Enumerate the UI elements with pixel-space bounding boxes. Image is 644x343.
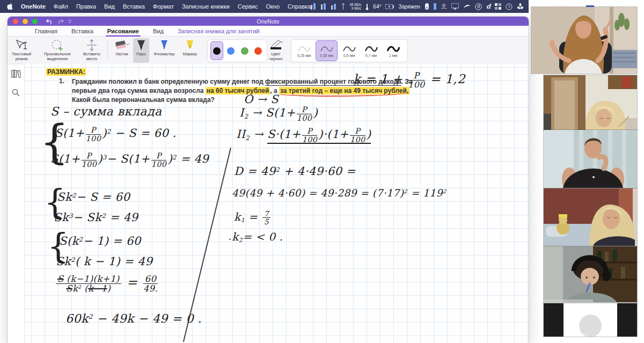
insert-space-icon <box>79 38 104 52</box>
lasso-select-button[interactable]: Произвольное выделение <box>36 38 78 63</box>
lasso-select-icon <box>36 38 78 52</box>
ink-year1: I2 → S(1+P100) <box>239 106 318 122</box>
menu-item-app[interactable]: OneNote <box>21 3 46 10</box>
ink-color-group <box>207 39 267 62</box>
participant-video-student-1[interactable] <box>544 75 637 130</box>
warmup-heading: РАЗМИНКА: <box>46 68 86 76</box>
display-icon[interactable] <box>451 3 459 10</box>
ink-root2: k2= < 0 . <box>232 230 283 244</box>
color-green-swatch[interactable] <box>239 42 251 60</box>
problem-line-3: Какой была первоначальная сумма вклада? <box>72 96 517 105</box>
note-page-canvas[interactable]: РАЗМИНКА: 1. Гражданин положил в банк оп… <box>25 64 529 343</box>
tab-view[interactable]: Вид <box>152 27 164 35</box>
participant-video-empty[interactable] <box>544 303 637 337</box>
problem-number: 1. <box>59 77 64 85</box>
ink-color-button[interactable]: Цвет чернил <box>265 38 287 63</box>
tab-home[interactable]: Главная <box>34 27 58 35</box>
thickness-025-chip[interactable]: 0,25 мм <box>294 41 314 61</box>
tab-class-notebook[interactable]: Записная книжка для занятий <box>177 27 260 35</box>
participant-video-student-3[interactable] <box>544 188 637 246</box>
tab-insert[interactable]: Вставка <box>71 27 94 35</box>
temperature-value[interactable]: 64° <box>373 4 381 10</box>
thickness-07-chip[interactable]: 0,7 мм <box>361 41 382 61</box>
menu-item-edit[interactable]: Правка <box>76 3 96 10</box>
ink-color-icon <box>265 38 287 52</box>
menu-item-insert[interactable]: Вставка <box>123 3 145 10</box>
text-mode-icon <box>9 38 34 52</box>
svg-text:d: d <box>477 4 480 9</box>
apple-logo-icon[interactable] <box>6 3 13 10</box>
highlighter-icon <box>179 38 201 52</box>
thickness-1-chip[interactable]: 1 мм <box>383 41 404 61</box>
user-icon[interactable] <box>441 3 447 10</box>
participant-camera-feed <box>544 188 637 246</box>
menu-item-view[interactable]: Вид <box>104 3 115 10</box>
menu-item-help[interactable]: Справка <box>288 3 311 10</box>
thickness-group: 0,25 мм 0,35 мм 0,5 мм 0,7 мм 1 мм <box>291 39 408 62</box>
window-titlebar[interactable]: OneNote <box>8 17 529 26</box>
participant-camera-feed <box>544 130 637 188</box>
color-blue-swatch[interactable] <box>225 42 237 60</box>
participant-camera-feed <box>544 75 637 130</box>
tab-draw[interactable]: Рисование <box>107 27 140 35</box>
disk-meter-icon[interactable] <box>331 3 337 10</box>
cpu-meter-icon[interactable] <box>311 3 317 10</box>
pill-icon[interactable] <box>425 3 429 10</box>
participant-camera-feed <box>544 246 637 302</box>
temperature-icon[interactable] <box>365 3 369 10</box>
insert-space-button[interactable]: Вставить место <box>79 38 104 63</box>
thickness-05-chip[interactable]: 0,5 мм <box>339 41 360 61</box>
eraser-icon <box>112 38 132 52</box>
pen-button[interactable]: Перо <box>133 38 149 63</box>
pen-icon <box>133 38 149 52</box>
cloner-swoosh-icon[interactable] <box>463 4 471 10</box>
docker-d-icon[interactable]: d <box>486 3 491 10</box>
menu-item-window[interactable]: Окно <box>266 3 280 10</box>
ink-year0: O → S <box>244 93 279 106</box>
ribbon-tabs: Главная Вставка Рисование Вид Записная к… <box>8 26 529 37</box>
ink-discriminant: D = 492 + 4·49·60 = <box>234 165 356 178</box>
color-black-swatch[interactable] <box>210 41 223 60</box>
memory-bar-icon[interactable] <box>434 3 436 10</box>
thickness-035-chip[interactable]: 0,35 мм <box>316 40 338 61</box>
notebooks-icon[interactable] <box>11 69 21 80</box>
fan-icon[interactable] <box>517 3 524 10</box>
ink-root1: k1 = 75 <box>234 210 272 226</box>
left-sidebar <box>8 64 25 343</box>
menu-item-service[interactable]: Сервис <box>238 3 258 10</box>
menu-item-format[interactable]: Формат <box>153 3 174 10</box>
toolbar-separator <box>107 41 108 59</box>
window-grid-icon[interactable] <box>495 3 501 10</box>
eraser-button[interactable]: Ластик <box>112 38 132 63</box>
onenote-window: OneNote Главная Вставка Рисование Вид За… <box>8 17 529 343</box>
ink-year2: II2 → S·(1+P100)·(1+P100) <box>236 127 371 144</box>
felt-tip-icon <box>150 38 178 52</box>
menu-item-file[interactable]: Файл <box>54 3 68 10</box>
ink-stray-dot: · <box>228 233 231 245</box>
participant-video-teacher[interactable] <box>531 7 637 74</box>
ink-eq-bigfraction: S (k−1)(k+1)Sk2 (k−1) = 6049. <box>55 274 159 293</box>
participant-camera-feed <box>531 7 637 74</box>
highlighter-button[interactable]: Маркер <box>179 38 201 63</box>
search-icon[interactable] <box>12 89 20 99</box>
circled-d-icon[interactable]: d <box>475 3 482 10</box>
time-machine-icon[interactable] <box>506 3 513 10</box>
window-title: OneNote <box>8 18 529 25</box>
memory-meter-icon[interactable] <box>321 3 327 10</box>
participant-video-student-2[interactable] <box>544 130 637 188</box>
participant-video-student-4[interactable] <box>544 246 637 302</box>
ink-factorization: 49(49 + 4·60) = 49·289 = (7·17)2 = 1192 <box>232 187 447 199</box>
felt-tip-button[interactable]: Фломастер <box>150 38 178 63</box>
ink-eq-sys2a: Sk2− S = 60 <box>57 191 130 203</box>
drawing-toolbar: Текстовый режим Произвольное выделение В… <box>8 37 529 64</box>
ink-eq-sys1b: S(1+P100)3− S(1+P100)2 = 49 <box>50 152 209 169</box>
ink-eq-sys3a: S(k2− 1) = 60 <box>59 235 141 247</box>
net-meter-icon[interactable] <box>341 3 345 10</box>
battery-charging-icon[interactable] <box>385 4 394 9</box>
text-mode-button[interactable]: Текстовый режим <box>9 38 34 63</box>
ink-divider-stroke <box>183 148 231 342</box>
menu-item-notebooks[interactable]: Записные книжки <box>182 3 230 10</box>
network-speed[interactable]: 45 КБ/с9 КБ/с <box>349 3 361 10</box>
battery-state[interactable]: Заряжен <box>398 4 420 10</box>
color-red-swatch[interactable] <box>253 42 265 60</box>
